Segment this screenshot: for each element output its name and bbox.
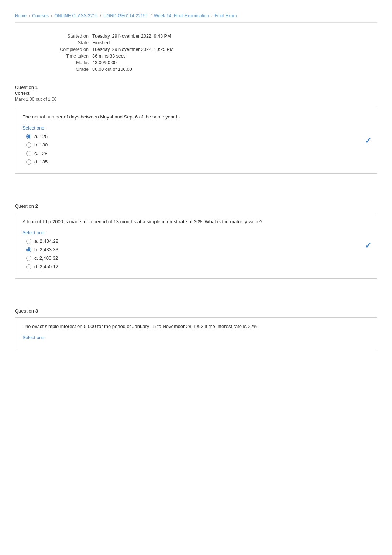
option-text-2-a: a. 2,434.22	[34, 238, 58, 244]
question-box-wrapper-3: The exact simple interest on 5,000 for t…	[15, 317, 377, 349]
breadcrumb-online-class[interactable]: ONLINE CLASS 2215	[54, 13, 97, 18]
breadcrumb-sep-5: /	[211, 13, 212, 18]
select-one-label-1: Select one:	[23, 125, 369, 131]
option-item-2-d[interactable]: d. 2,450.12	[26, 264, 369, 269]
started-on-label: Started on	[44, 34, 92, 39]
breadcrumb-sep-1: /	[29, 13, 30, 18]
breadcrumb-home[interactable]: Home	[15, 13, 27, 18]
summary-time-taken: Time taken 36 mins 33 secs	[44, 54, 173, 59]
breadcrumb-sep-4: /	[151, 13, 152, 18]
question-label-2: Question 2	[15, 203, 38, 209]
option-text-1-a: a. 125	[34, 134, 48, 139]
marks-value: 43.00/50.00	[92, 60, 117, 65]
option-text-2-d: d. 2,450.12	[34, 264, 58, 269]
breadcrumb-sep-2: /	[51, 13, 52, 18]
option-radio-2-d[interactable]	[26, 264, 31, 269]
summary-grade: Grade 86.00 out of 100.00	[44, 67, 173, 72]
question-mark-1: Mark 1.00 out of 1.00	[15, 97, 377, 102]
option-text-2-c: c. 2,400.32	[34, 255, 58, 261]
option-text-1-d: d. 135	[34, 159, 48, 165]
breadcrumb-sep-3: /	[100, 13, 101, 18]
option-text-1-b: b. 130	[34, 142, 48, 148]
option-radio-1-d[interactable]	[26, 159, 31, 165]
option-item-1-b[interactable]: b. 130	[26, 142, 369, 148]
breadcrumb-week14[interactable]: Week 14: Final Examination	[154, 13, 209, 18]
breadcrumb: Home / Courses / ONLINE CLASS 2215 / UGR…	[15, 7, 377, 23]
marks-label: Marks	[44, 60, 92, 65]
page-container: Home / Courses / ONLINE CLASS 2215 / UGR…	[0, 0, 392, 372]
question-status-1: Correct	[15, 91, 377, 96]
question-text-1: The actual number of days between May 4 …	[23, 114, 369, 120]
question-label-3: Question 3	[15, 308, 38, 314]
question-box-3: The exact simple interest on 5,000 for t…	[15, 317, 377, 349]
question-label-1: Question 1	[15, 85, 38, 90]
time-taken-label: Time taken	[44, 54, 92, 59]
option-item-1-c[interactable]: c. 128	[26, 151, 369, 156]
summary-marks: Marks 43.00/50.00	[44, 60, 173, 65]
question-section-1: Question 1CorrectMark 1.00 out of 1.00Th…	[15, 85, 377, 174]
questions-container: Question 1CorrectMark 1.00 out of 1.00Th…	[15, 85, 377, 364]
question-section-3: Question 3The exact simple interest on 5…	[15, 308, 377, 349]
time-taken-value: 36 mins 33 secs	[92, 54, 125, 59]
question-section-2: Question 2A loan of Php 2000 is made for…	[15, 203, 377, 279]
breadcrumb-courses[interactable]: Courses	[32, 13, 49, 18]
summary-table: Started on Tuesday, 29 November 2022, 9:…	[44, 34, 173, 73]
breadcrumb-ugrd[interactable]: UGRD-GE6114-2215T	[103, 13, 148, 18]
option-item-1-d[interactable]: d. 135	[26, 159, 369, 165]
option-item-2-a[interactable]: a. 2,434.22	[26, 238, 369, 244]
option-radio-1-a[interactable]	[26, 134, 31, 139]
state-value: Finished	[92, 40, 110, 45]
select-one-label-3: Select one:	[23, 335, 369, 340]
question-text-2: A loan of Php 2000 is made for a period …	[23, 219, 369, 224]
grade-label: Grade	[44, 67, 92, 72]
option-radio-2-b[interactable]	[26, 247, 31, 252]
option-item-2-c[interactable]: c. 2,400.32	[26, 255, 369, 261]
correct-checkmark-2: ✓	[365, 241, 371, 251]
completed-on-value: Tuesday, 29 November 2022, 10:25 PM	[92, 47, 173, 52]
completed-on-label: Completed on	[44, 47, 92, 52]
option-item-2-b[interactable]: b. 2,433.33	[26, 247, 369, 252]
question-text-3: The exact simple interest on 5,000 for t…	[23, 324, 369, 329]
option-radio-1-b[interactable]	[26, 142, 31, 148]
option-text-2-b: b. 2,433.33	[34, 247, 58, 252]
option-radio-2-c[interactable]	[26, 256, 31, 261]
correct-checkmark-1: ✓	[365, 136, 371, 146]
breadcrumb-final-exam[interactable]: Final Exam	[214, 13, 237, 18]
started-on-value: Tuesday, 29 November 2022, 9:48 PM	[92, 34, 171, 39]
summary-state: State Finished	[44, 40, 173, 45]
option-radio-1-c[interactable]	[26, 151, 31, 156]
state-label: State	[44, 40, 92, 45]
option-radio-2-a[interactable]	[26, 239, 31, 244]
option-item-1-a[interactable]: a. 125	[26, 134, 369, 139]
question-header-3: Question 3	[15, 308, 377, 314]
question-box-2: A loan of Php 2000 is made for a period …	[15, 213, 377, 279]
question-box-wrapper-1: The actual number of days between May 4 …	[15, 108, 377, 174]
select-one-label-2: Select one:	[23, 230, 369, 235]
options-list-2: a. 2,434.22b. 2,433.33c. 2,400.32d. 2,45…	[23, 238, 369, 269]
question-box-wrapper-2: A loan of Php 2000 is made for a period …	[15, 213, 377, 279]
summary-completed-on: Completed on Tuesday, 29 November 2022, …	[44, 47, 173, 52]
option-text-1-c: c. 128	[34, 151, 47, 156]
grade-value: 86.00 out of 100.00	[92, 67, 132, 72]
question-box-1: The actual number of days between May 4 …	[15, 108, 377, 174]
summary-started-on: Started on Tuesday, 29 November 2022, 9:…	[44, 34, 173, 39]
question-header-2: Question 2	[15, 203, 377, 209]
options-list-1: a. 125b. 130c. 128d. 135	[23, 134, 369, 165]
question-header-1: Question 1	[15, 85, 377, 90]
